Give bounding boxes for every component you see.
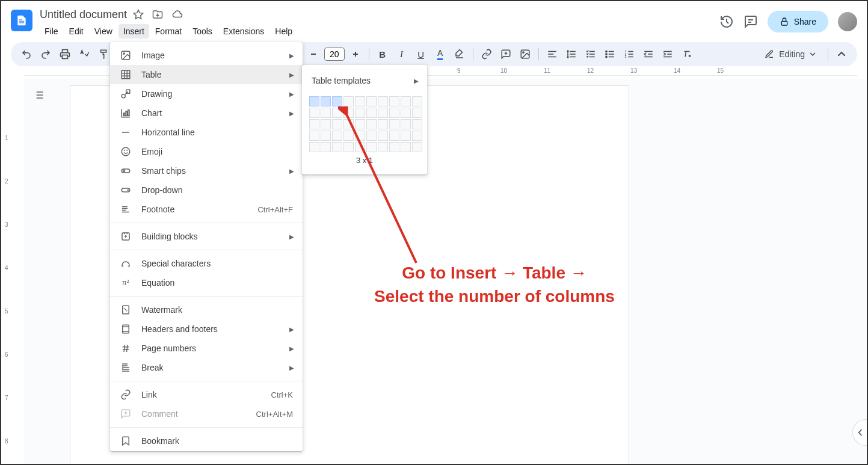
grid-cell[interactable] xyxy=(389,96,399,106)
grid-cell[interactable] xyxy=(321,108,331,118)
move-icon[interactable] xyxy=(152,9,163,20)
grid-cell[interactable] xyxy=(389,131,399,141)
grid-cell[interactable] xyxy=(366,131,377,141)
menu-format[interactable]: Format xyxy=(150,24,186,38)
grid-cell[interactable] xyxy=(355,131,365,141)
grid-cell[interactable] xyxy=(366,108,377,118)
menu-extensions[interactable]: Extensions xyxy=(218,24,269,38)
grid-cell[interactable] xyxy=(412,142,422,152)
grid-cell[interactable] xyxy=(412,119,422,129)
menu-insert[interactable]: Insert xyxy=(119,24,149,38)
grid-cell[interactable] xyxy=(389,142,399,152)
underline-button[interactable]: U xyxy=(413,46,429,63)
grid-cell[interactable] xyxy=(378,108,388,118)
bold-button[interactable]: B xyxy=(374,46,391,63)
editing-mode-button[interactable]: Editing xyxy=(757,47,823,61)
font-size-dec-button[interactable] xyxy=(305,46,322,63)
grid-cell[interactable] xyxy=(332,108,342,118)
grid-cell[interactable] xyxy=(321,131,331,141)
menu-file[interactable]: File xyxy=(40,24,63,38)
clear-format-button[interactable] xyxy=(679,46,695,63)
undo-button[interactable] xyxy=(18,46,35,63)
grid-cell[interactable] xyxy=(366,142,377,152)
cloud-status-icon[interactable] xyxy=(171,9,183,20)
grid-cell[interactable] xyxy=(343,142,354,152)
grid-cell[interactable] xyxy=(321,96,331,106)
insert-image[interactable]: Image▶ xyxy=(110,46,303,65)
bullet-list-button[interactable] xyxy=(602,46,618,63)
grid-cell[interactable] xyxy=(355,119,365,129)
paint-format-button[interactable] xyxy=(95,46,112,63)
insert-link[interactable]: LinkCtrl+K xyxy=(110,385,303,404)
grid-cell[interactable] xyxy=(343,96,354,106)
line-spacing-button[interactable] xyxy=(563,46,580,63)
grid-cell[interactable] xyxy=(378,119,388,129)
grid-cell[interactable] xyxy=(401,131,411,141)
insert-drop-down[interactable]: Drop-down xyxy=(110,180,303,200)
star-icon[interactable] xyxy=(133,9,144,20)
grid-cell[interactable] xyxy=(412,131,422,141)
grid-cell[interactable] xyxy=(378,131,388,141)
grid-cell[interactable] xyxy=(309,142,319,152)
grid-cell[interactable] xyxy=(412,96,422,106)
insert-table[interactable]: Table▶ xyxy=(110,65,303,84)
insert-link-button[interactable] xyxy=(478,46,495,63)
grid-cell[interactable] xyxy=(355,96,365,106)
insert-watermark[interactable]: Watermark xyxy=(110,300,303,319)
indent-inc-button[interactable] xyxy=(659,46,676,63)
grid-cell[interactable] xyxy=(378,96,388,106)
italic-button[interactable]: I xyxy=(393,46,410,63)
grid-cell[interactable] xyxy=(332,142,342,152)
insert-footnote[interactable]: FootnoteCtrl+Alt+F xyxy=(110,200,303,219)
print-button[interactable] xyxy=(57,46,73,63)
menu-tools[interactable]: Tools xyxy=(188,24,217,38)
insert-building-blocks[interactable]: Building blocks▶ xyxy=(110,227,303,246)
insert-smart-chips[interactable]: Smart chips▶ xyxy=(110,161,303,180)
share-button[interactable]: Share xyxy=(768,11,828,32)
grid-cell[interactable] xyxy=(366,96,377,106)
grid-cell[interactable] xyxy=(343,131,354,141)
grid-cell[interactable] xyxy=(343,108,354,118)
grid-cell[interactable] xyxy=(309,108,319,118)
numbered-list-button[interactable]: 123 xyxy=(621,46,638,63)
grid-cell[interactable] xyxy=(355,108,365,118)
grid-cell[interactable] xyxy=(389,119,399,129)
grid-cell[interactable] xyxy=(332,96,342,106)
font-size-input[interactable]: 20 xyxy=(324,48,345,61)
table-templates-item[interactable]: Table templates ▶ xyxy=(302,70,427,91)
avatar[interactable] xyxy=(838,12,857,31)
outline-toggle-button[interactable] xyxy=(30,87,47,103)
font-size-inc-button[interactable] xyxy=(347,46,364,63)
add-comment-button[interactable] xyxy=(497,46,514,63)
grid-cell[interactable] xyxy=(366,119,377,129)
grid-cell[interactable] xyxy=(309,131,319,141)
grid-cell[interactable] xyxy=(332,131,342,141)
insert-image-button[interactable] xyxy=(517,46,534,63)
grid-cell[interactable] xyxy=(401,108,411,118)
doc-title[interactable]: Untitled document xyxy=(40,8,127,21)
insert-horizontal-line[interactable]: Horizontal line xyxy=(110,123,303,142)
checklist-button[interactable] xyxy=(582,46,599,63)
grid-cell[interactable] xyxy=(321,142,331,152)
table-grid-picker[interactable]: 3 x 1 xyxy=(302,91,427,167)
menu-view[interactable]: View xyxy=(90,24,117,38)
grid-cell[interactable] xyxy=(389,108,399,118)
text-color-button[interactable]: A xyxy=(432,46,449,63)
history-icon[interactable] xyxy=(719,14,734,29)
grid-cell[interactable] xyxy=(332,119,342,129)
grid-cell[interactable] xyxy=(343,119,354,129)
redo-button[interactable] xyxy=(37,46,54,63)
insert-chart[interactable]: Chart▶ xyxy=(110,103,303,123)
grid-cell[interactable] xyxy=(401,119,411,129)
collapse-toolbar-button[interactable] xyxy=(833,46,850,63)
grid-cell[interactable] xyxy=(309,119,319,129)
insert-emoji[interactable]: Emoji xyxy=(110,142,303,161)
insert-break[interactable]: Break▶ xyxy=(110,358,303,377)
insert-drawing[interactable]: Drawing▶ xyxy=(110,84,303,103)
grid-cell[interactable] xyxy=(309,96,319,106)
insert-headers-and-footers[interactable]: Headers and footers▶ xyxy=(110,319,303,339)
insert-page-numbers[interactable]: Page numbers▶ xyxy=(110,339,303,358)
align-button[interactable] xyxy=(544,46,561,63)
grid-cell[interactable] xyxy=(321,119,331,129)
grid-cell[interactable] xyxy=(412,108,422,118)
